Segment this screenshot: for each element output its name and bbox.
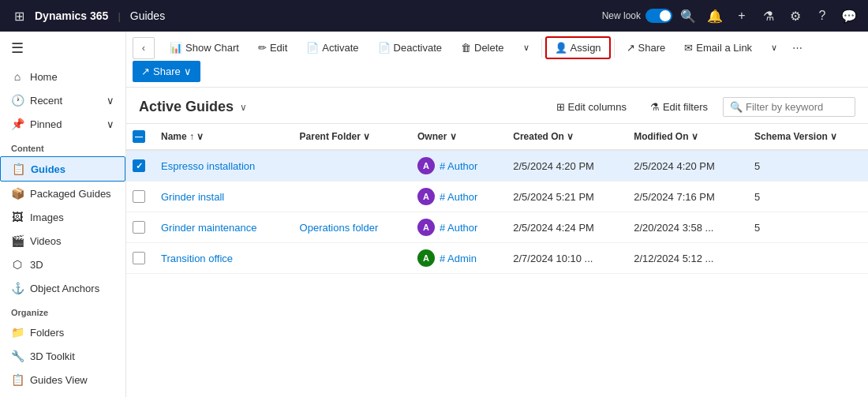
col-name-dropdown[interactable]: ∨ — [196, 131, 204, 142]
plus-icon[interactable]: + — [732, 6, 751, 25]
table-row: Transition office A # Admin 2/7/2024 10:… — [126, 243, 868, 274]
delete-dropdown[interactable]: ∨ — [514, 38, 538, 58]
row-parent-2: Operations folder — [290, 212, 408, 243]
settings-icon[interactable]: ⚙ — [786, 6, 805, 25]
nav-separator: | — [118, 10, 120, 22]
toggle-pill[interactable] — [645, 9, 672, 23]
edit-columns-button[interactable]: ⊞ Edit columns — [548, 97, 635, 117]
share-dropdown[interactable]: ∨ — [762, 38, 786, 58]
sidebar-home-label: Home — [30, 71, 58, 83]
layout: ☰ ⌂ Home 🕐 Recent ∨ 📌 Pinned ∨ Content 📋… — [0, 32, 868, 397]
sidebar-item-object-anchors[interactable]: ⚓ Object Anchors — [0, 276, 125, 300]
assign-icon: 👤 — [555, 42, 567, 54]
select-all-checkbox[interactable] — [133, 130, 145, 143]
owner-link-3[interactable]: # Admin — [440, 253, 477, 264]
col-owner[interactable]: Owner ∨ — [408, 124, 503, 150]
sidebar-folders-label: Folders — [30, 327, 64, 339]
col-schema-dropdown[interactable]: ∨ — [830, 131, 837, 142]
sidebar-hamburger[interactable]: ☰ — [0, 32, 125, 65]
deactivate-button[interactable]: 📄 Deactivate — [369, 37, 451, 58]
sidebar-item-folders[interactable]: 📁 Folders — [0, 320, 125, 344]
col-modified-label: Modified On — [634, 131, 688, 142]
col-created[interactable]: Created On ∨ — [503, 124, 624, 150]
sidebar-item-pinned[interactable]: 📌 Pinned ∨ — [0, 112, 125, 136]
toolbar-nav: ‹ — [133, 37, 155, 59]
row-checkbox-3[interactable] — [133, 252, 145, 264]
row-checkbox-cell-2[interactable] — [126, 212, 152, 243]
toolbar-sep2 — [614, 39, 615, 58]
row-checkbox-cell-0[interactable] — [126, 150, 152, 182]
delete-button[interactable]: 🗑 Delete — [452, 37, 513, 58]
col-owner-dropdown[interactable]: ∨ — [450, 131, 457, 142]
table-header-row: Name ↑ ∨ Parent Folder ∨ Owner ∨ — [126, 124, 868, 150]
page-title-chevron[interactable]: ∨ — [240, 102, 247, 113]
activate-icon: 📄 — [306, 42, 319, 54]
col-parent-dropdown[interactable]: ∨ — [363, 131, 370, 142]
help-icon[interactable]: ? — [813, 6, 832, 25]
images-icon: 🖼 — [11, 211, 24, 223]
app-name: Dynamics 365 — [35, 9, 108, 22]
sidebar-recent-label: Recent — [30, 95, 62, 107]
grid-icon[interactable]: ⊞ — [9, 6, 28, 25]
row-checkbox-0[interactable] — [133, 159, 145, 172]
row-name-link-2[interactable]: Grinder maintenance — [161, 222, 256, 234]
row-name-link-1[interactable]: Grinder install — [161, 191, 224, 203]
col-modified[interactable]: Modified On ∨ — [624, 124, 745, 150]
row-name-link-3[interactable]: Transition office — [161, 253, 233, 264]
row-modified-0: 2/5/2024 4:20 PM — [624, 150, 745, 182]
col-modified-dropdown[interactable]: ∨ — [691, 131, 698, 142]
row-checkbox-2[interactable] — [133, 221, 145, 234]
3d-toolkit-icon: 🔧 — [11, 350, 24, 362]
filter-search[interactable]: 🔍 — [723, 97, 855, 117]
sidebar-item-3d-toolkit[interactable]: 🔧 3D Toolkit — [0, 344, 125, 368]
edit-filters-label: Edit filters — [663, 101, 708, 113]
col-name[interactable]: Name ↑ ∨ — [152, 124, 290, 150]
sidebar-item-guides[interactable]: 📋 Guides — [0, 156, 125, 182]
row-name-link-0[interactable]: Espresso installation — [161, 160, 255, 172]
sidebar-videos-label: Videos — [30, 235, 62, 247]
row-owner-3: A # Admin — [408, 243, 503, 274]
sidebar-item-3d[interactable]: ⬡ 3D — [0, 253, 125, 276]
sidebar-item-guides-view[interactable]: 📋 Guides View — [0, 368, 125, 391]
show-chart-button[interactable]: 📊 Show Chart — [161, 37, 248, 58]
bell-icon[interactable]: 🔔 — [705, 6, 724, 25]
col-schema[interactable]: Schema Version ∨ — [745, 124, 868, 150]
owner-link-0[interactable]: # Author — [440, 160, 477, 172]
search-icon[interactable]: 🔍 — [679, 6, 698, 25]
row-created-1: 2/5/2024 5:21 PM — [503, 182, 624, 212]
row-checkbox-1[interactable] — [133, 190, 145, 203]
sidebar-item-recent[interactable]: 🕐 Recent ∨ — [0, 88, 125, 112]
row-name-3: Transition office — [152, 243, 290, 274]
row-checkbox-cell-1[interactable] — [126, 182, 152, 212]
filter-icon[interactable]: ⚗ — [759, 6, 778, 25]
row-modified-2: 2/20/2024 3:58 ... — [624, 212, 745, 243]
sidebar-item-videos[interactable]: 🎬 Videos — [0, 229, 125, 253]
edit-button[interactable]: ✏ Edit — [249, 37, 296, 58]
row-checkbox-cell-3[interactable] — [126, 243, 152, 274]
filter-keyword-input[interactable] — [746, 101, 848, 113]
sidebar-item-packaged-guides[interactable]: 📦 Packaged Guides — [0, 182, 125, 205]
back-button[interactable]: ‹ — [133, 37, 155, 59]
new-look-toggle[interactable]: New look — [602, 9, 672, 23]
assign-button[interactable]: 👤 Assign — [545, 36, 611, 59]
col-created-dropdown[interactable]: ∨ — [567, 131, 574, 142]
col-parent-folder[interactable]: Parent Folder ∨ — [290, 124, 408, 150]
activate-button[interactable]: 📄 Activate — [297, 37, 367, 58]
assign-label: Assign — [571, 42, 601, 54]
email-link-button[interactable]: ✉ Email a Link — [675, 37, 761, 58]
owner-link-1[interactable]: # Author — [440, 191, 477, 203]
page-header: Active Guides ∨ ⊞ Edit columns ⚗ Edit fi… — [126, 88, 868, 124]
owner-link-2[interactable]: # Author — [440, 222, 477, 234]
edit-label: Edit — [270, 42, 287, 54]
sidebar-toolkit-label: 3D Toolkit — [30, 350, 75, 362]
share-blue-button[interactable]: ↗ Share ∨ — [133, 61, 200, 82]
chat-icon[interactable]: 💬 — [840, 6, 859, 25]
edit-filters-button[interactable]: ⚗ Edit filters — [642, 97, 716, 117]
sidebar-item-images[interactable]: 🖼 Images — [0, 205, 125, 229]
select-all-header[interactable] — [126, 124, 152, 150]
sidebar-item-home[interactable]: ⌂ Home — [0, 65, 125, 88]
row-parent-link-2[interactable]: Operations folder — [300, 222, 379, 234]
more-options-button[interactable]: ⋯ — [788, 38, 807, 58]
share-button[interactable]: ↗ Share — [618, 37, 675, 58]
table-row: Espresso installation A # Author 2/5/202… — [126, 150, 868, 182]
